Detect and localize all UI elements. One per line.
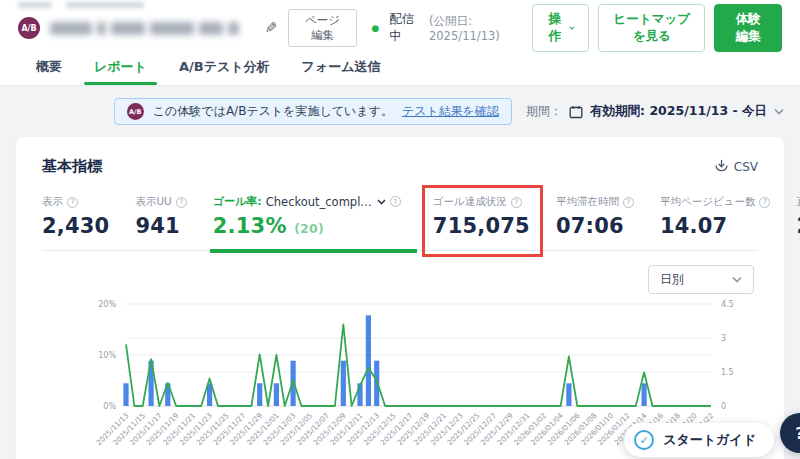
- metric-value: 2,430: [42, 214, 109, 238]
- info-icon[interactable]: ?: [759, 197, 770, 208]
- ab-test-badge: A/B: [18, 17, 40, 39]
- metric-views: 表示? 2,430: [42, 195, 109, 238]
- goal-rate-label: ゴール率:: [213, 194, 262, 209]
- chevron-down-icon: [774, 108, 784, 115]
- csv-download-button[interactable]: CSV: [714, 159, 758, 174]
- calendar-icon: [569, 105, 583, 119]
- goal-count: (20): [294, 221, 324, 236]
- start-guide-button[interactable]: ✓ スタートガイド: [624, 423, 774, 457]
- chevron-down-icon: [377, 199, 386, 205]
- svg-text:4.5: 4.5: [721, 300, 734, 309]
- ab-test-badge-small: A/B: [127, 103, 144, 120]
- metrics-row: 表示? 2,430 表示UU? 941 ゴール率: Checkout_compl…: [42, 194, 758, 251]
- notice-text: この体験ではA/Bテストを実施しています。: [153, 103, 393, 120]
- edit-experience-button[interactable]: 体験編集: [714, 4, 782, 52]
- header-actions: 操作 ヒートマップを見る 体験編集: [532, 4, 782, 52]
- tab-ab-analysis[interactable]: A/Bテスト分析: [177, 50, 272, 85]
- test-result-link[interactable]: テスト結果を確認: [402, 103, 499, 120]
- info-icon[interactable]: ?: [390, 196, 401, 207]
- info-icon[interactable]: ?: [67, 197, 78, 208]
- metric-goal-achievement: ゴール達成状況? 715,075: [433, 195, 530, 238]
- experience-title-blurred: [50, 22, 239, 35]
- check-icon: ✓: [634, 430, 654, 450]
- metric-value-highlighted: 715,075: [433, 214, 530, 238]
- metric-goal-rate: ゴール率: Checkout_compl… ? 2.13% (20): [213, 194, 407, 238]
- chevron-down-icon: [732, 276, 742, 283]
- tab-report[interactable]: レポート: [92, 50, 149, 85]
- view-heatmap-button[interactable]: ヒートマップを見る: [598, 4, 705, 52]
- svg-text:0%: 0%: [103, 402, 116, 411]
- edit-title-icon[interactable]: ✎: [265, 19, 278, 37]
- svg-text:1.5: 1.5: [721, 368, 734, 377]
- metric-label: ゴール達成状況: [433, 195, 507, 209]
- svg-text:20%: 20%: [98, 300, 116, 309]
- info-row: A/B この体験ではA/Bテストを実施しています。 テスト結果を確認 期間： 有…: [16, 98, 784, 125]
- metric-value: 07:06: [556, 214, 634, 238]
- goal-selector[interactable]: Checkout_compl…: [266, 195, 386, 209]
- chevron-down-icon: [569, 25, 575, 31]
- ab-test-notice: A/B この体験ではA/Bテストを実施しています。 テスト結果を確認: [114, 98, 512, 125]
- tab-overview[interactable]: 概要: [34, 50, 64, 85]
- metric-value: 2.13%: [213, 214, 287, 238]
- metric-value: 28.83%: [796, 214, 800, 238]
- page-header: A/B ✎ ページ編集 ● 配信中 (公開日: 2025/11/13) 操作 ヒ…: [0, 0, 800, 86]
- content-area: A/B この体験ではA/Bテストを実施しています。 テスト結果を確認 期間： 有…: [0, 86, 800, 459]
- tab-form-submission[interactable]: フォーム送信: [300, 50, 383, 85]
- download-icon: [714, 159, 729, 174]
- status-dot-icon: ●: [371, 23, 379, 33]
- info-icon[interactable]: ?: [511, 197, 522, 208]
- period-label: 期間：: [526, 103, 562, 120]
- metric-value: 14.07: [660, 214, 770, 238]
- metric-bounce-rate: 直帰率? 28.83%: [796, 195, 800, 238]
- svg-text:0: 0: [721, 402, 726, 411]
- card-title: 基本指標: [42, 157, 102, 176]
- period-selector[interactable]: 期間： 有効期間: 2025/11/13 - 今日: [526, 103, 784, 120]
- operate-button[interactable]: 操作: [532, 4, 590, 52]
- published-date: (公開日: 2025/11/13): [429, 14, 522, 43]
- metric-label: 平均滞在時間: [556, 195, 619, 209]
- svg-text:3: 3: [721, 334, 726, 343]
- metric-label: 表示UU: [135, 195, 171, 209]
- basic-metrics-card: 基本指標 CSV 表示? 2,430 表示UU? 941 ゴール率:: [16, 137, 784, 459]
- metric-unique-views: 表示UU? 941: [135, 195, 186, 238]
- granularity-select[interactable]: 日別: [648, 265, 754, 294]
- page-edit-button[interactable]: ページ編集: [288, 9, 358, 47]
- metric-label: 表示: [42, 195, 63, 209]
- period-value: 有効期間: 2025/11/13 - 今日: [590, 103, 767, 120]
- metric-label: 平均ページビュー数: [660, 195, 755, 209]
- metric-avg-pageviews: 平均ページビュー数? 14.07: [660, 195, 770, 238]
- status-badge: 配信中: [389, 11, 419, 45]
- metric-avg-time: 平均滞在時間? 07:06: [556, 195, 634, 238]
- info-icon[interactable]: ?: [176, 197, 187, 208]
- back-link-blurred: [16, 0, 784, 10]
- svg-text:10%: 10%: [98, 351, 116, 360]
- metric-label: 直帰率: [796, 195, 800, 209]
- experience-title-row: A/B ✎ ページ編集 ● 配信中 (公開日: 2025/11/13) 操作 ヒ…: [16, 10, 784, 46]
- info-icon[interactable]: ?: [623, 197, 634, 208]
- metric-value: 941: [135, 214, 186, 238]
